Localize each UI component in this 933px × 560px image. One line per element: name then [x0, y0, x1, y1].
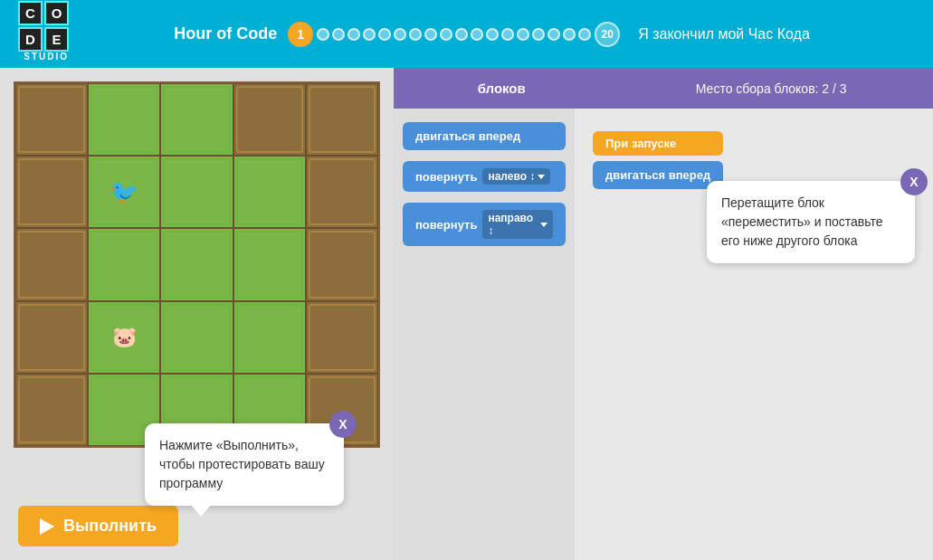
- grid-cell: [15, 83, 88, 156]
- hour-of-code-title: Hour of Code: [174, 24, 277, 43]
- start-block[interactable]: При запуске: [593, 131, 723, 156]
- logo-letter-c: C: [18, 1, 43, 25]
- grid-cell: 🐷: [88, 301, 160, 374]
- grid-cell: [306, 301, 378, 374]
- turn-right-dropdown-label: направо ↕: [488, 212, 538, 237]
- progress-dot: [578, 28, 591, 41]
- grid-cell: [233, 301, 306, 374]
- code-header: блоков Место сбора блоков: 2 / 3: [394, 68, 933, 109]
- workspace-move-block[interactable]: двигаться вперед: [593, 161, 723, 189]
- logo-letter-o: O: [44, 1, 69, 25]
- progress-dots: [317, 28, 591, 41]
- progress-dot: [424, 28, 437, 41]
- code-panel: блоков Место сбора блоков: 2 / 3 двигать…: [394, 68, 933, 560]
- grid-cell: [233, 156, 306, 228]
- grid-cell: [306, 83, 378, 156]
- step-total: 20: [595, 22, 620, 47]
- grid-cell: [306, 156, 378, 228]
- grid-cell: [160, 301, 233, 374]
- turn-left-block[interactable]: повернуть налево ↕: [403, 161, 566, 192]
- game-grid: 🐦🐷: [14, 81, 380, 448]
- logo: C O D E STUDIO: [18, 1, 69, 67]
- progress-dot: [563, 28, 576, 41]
- workspace: При запуске двигаться вперед X Перетащит…: [575, 109, 933, 560]
- turn-right-block[interactable]: повернуть направо ↕: [403, 203, 566, 246]
- blocks-palette: двигаться вперед повернуть налево ↕ пове…: [394, 109, 575, 560]
- tooltip-run: X Нажмите «Выполнить», чтобы протестиров…: [145, 423, 344, 506]
- finish-label[interactable]: Я закончил мой Час Кода: [638, 26, 810, 43]
- run-button-label: Выполнить: [63, 517, 157, 536]
- blocks-tab[interactable]: блоков: [394, 68, 609, 109]
- grid-cell: [160, 156, 233, 228]
- turn-right-label: повернуть: [415, 218, 477, 232]
- grid-cell: [233, 83, 306, 156]
- bird-sprite: 🐦: [109, 178, 138, 206]
- progress-dot: [394, 28, 406, 41]
- progress-dot: [363, 28, 376, 41]
- progress-dot: [440, 28, 452, 41]
- progress-dot: [332, 28, 345, 41]
- code-content: двигаться вперед повернуть налево ↕ пове…: [394, 109, 933, 560]
- move-forward-block[interactable]: двигаться вперед: [403, 122, 566, 150]
- step-current: 1: [288, 22, 313, 47]
- progress-bar: 1 20: [288, 22, 620, 47]
- progress-dot: [532, 28, 545, 41]
- tooltip-run-close[interactable]: X: [329, 411, 357, 438]
- turn-left-dropdown-label: налево ↕: [488, 170, 535, 183]
- grid-cell: [233, 228, 306, 300]
- grid-cell: [306, 228, 378, 300]
- dropdown-arrow-icon: [538, 175, 545, 179]
- pig-sprite: 🐷: [112, 326, 137, 349]
- grid-cell: [88, 83, 160, 156]
- game-area: 🐦🐷 Выполнить X Нажмите «Выполнить», чтоб…: [0, 68, 394, 560]
- grid-cell: [15, 228, 88, 300]
- grid-cell: 🐦: [88, 156, 160, 228]
- tooltip-drag-text: Перетащите блок «переместить» и поставьт…: [721, 195, 883, 248]
- turn-left-dropdown[interactable]: налево ↕: [482, 168, 550, 185]
- progress-dot: [347, 28, 360, 41]
- grid-cell: [160, 83, 233, 156]
- workspace-blocks: При запуске двигаться вперед: [593, 131, 723, 189]
- header-center: Hour of Code 1 20 Я закончил мой Час Код…: [69, 22, 915, 47]
- progress-dot: [517, 28, 529, 41]
- progress-dot: [471, 28, 483, 41]
- progress-dot: [409, 28, 422, 41]
- move-forward-label: двигаться вперед: [415, 129, 520, 143]
- tooltip-run-text: Нажмите «Выполнить», чтобы протестироват…: [159, 438, 325, 490]
- logo-letter-d: D: [18, 27, 43, 52]
- logo-studio-label: STUDIO: [24, 52, 69, 62]
- grid-cell: [160, 228, 233, 300]
- turn-left-label: повернуть: [415, 170, 477, 184]
- grid-cell: [15, 301, 88, 374]
- play-icon: [40, 518, 54, 535]
- progress-dot: [486, 28, 499, 41]
- workspace-tab: Место сбора блоков: 2 / 3: [609, 68, 933, 109]
- grid-cell: [88, 228, 160, 300]
- header: C O D E STUDIO Hour of Code 1 20 Я закон…: [0, 0, 933, 68]
- tooltip-drag-close[interactable]: X: [900, 168, 928, 195]
- dropdown-arrow-right-icon: [540, 223, 547, 227]
- progress-dot: [547, 28, 560, 41]
- progress-dot: [378, 28, 391, 41]
- progress-dot: [501, 28, 514, 41]
- run-button-container: Выполнить: [18, 506, 178, 546]
- logo-grid: C O D E: [18, 1, 69, 52]
- blocks-tab-label: блоков: [478, 81, 526, 96]
- run-button[interactable]: Выполнить: [18, 506, 178, 546]
- turn-right-dropdown[interactable]: направо ↕: [482, 210, 553, 239]
- grid-cell: [15, 156, 88, 228]
- progress-dot: [317, 28, 329, 41]
- grid-cell: [15, 374, 88, 446]
- tooltip-drag: X Перетащите блок «переместить» и постав…: [707, 181, 915, 263]
- progress-dot: [455, 28, 468, 41]
- main-area: 🐦🐷 Выполнить X Нажмите «Выполнить», чтоб…: [0, 68, 933, 560]
- logo-letter-e: E: [44, 27, 69, 52]
- workspace-tab-label: Место сбора блоков: 2 / 3: [696, 81, 847, 96]
